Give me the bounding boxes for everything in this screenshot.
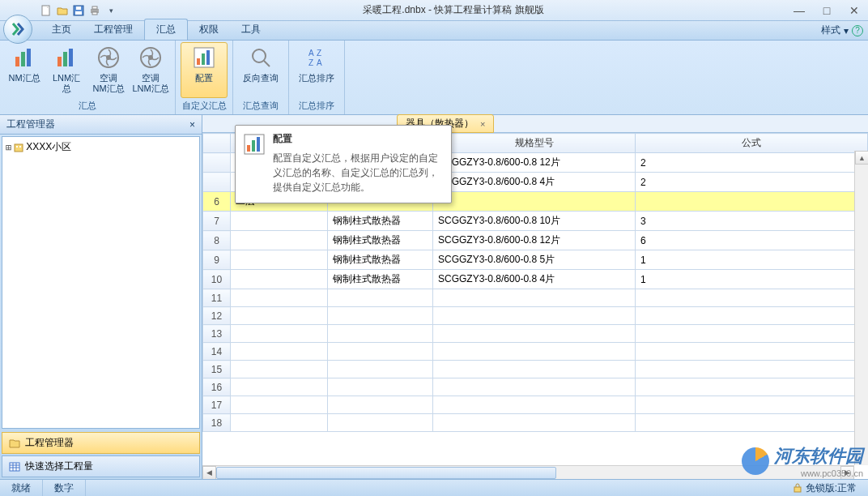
grid-cell[interactable] [231, 212, 328, 231]
grid-cell[interactable]: 1 [636, 270, 868, 289]
grid-cell[interactable] [328, 361, 433, 378]
panel-close-icon[interactable]: × [189, 119, 195, 130]
grid-cell[interactable] [433, 192, 636, 212]
close-button[interactable]: ✕ [840, 2, 868, 19]
grid-cell[interactable] [328, 343, 433, 361]
grid-cell[interactable]: SCGGZY3-0.8/600-0.8 12片 [433, 231, 636, 250]
tab-tools[interactable]: 工具 [230, 19, 272, 40]
table-row[interactable]: 8钢制柱式散热器SCGGZY3-0.8/600-0.8 12片6 [203, 231, 868, 250]
grid-cell[interactable] [231, 396, 328, 414]
grid-cell[interactable]: 2 [636, 173, 868, 192]
grid-cell[interactable]: 1 [636, 250, 868, 270]
grid-cell[interactable]: 钢制柱式散热器 [328, 231, 433, 250]
tab-permission[interactable]: 权限 [188, 19, 230, 40]
app-orb[interactable] [3, 15, 32, 44]
grid-cell[interactable] [636, 361, 868, 378]
grid-cell[interactable] [636, 414, 868, 432]
grid-cell[interactable] [231, 414, 328, 432]
grid-cell[interactable] [433, 343, 636, 361]
grid-cell[interactable] [636, 325, 868, 343]
grid-cell[interactable]: 2 [636, 153, 868, 173]
nm-summary-button[interactable]: NM汇总 [5, 42, 44, 98]
table-row[interactable]: 12 [203, 307, 868, 325]
tab-project[interactable]: 工程管理 [83, 19, 144, 40]
sort-button[interactable]: AZZA 汇总排序 [294, 42, 339, 98]
grid-cell[interactable]: 钢制柱式散热器 [328, 212, 433, 231]
grid-cell[interactable] [328, 396, 433, 414]
grid-cell[interactable] [231, 270, 328, 289]
config-button[interactable]: 配置 [181, 42, 228, 98]
tree-node-root[interactable]: ⊞ XXXX小区 [6, 140, 196, 154]
minimize-button[interactable]: — [785, 2, 813, 19]
grid-cell[interactable] [433, 396, 636, 414]
print-icon[interactable] [87, 3, 102, 18]
style-dropdown-icon[interactable]: ▾ [844, 25, 849, 36]
grid-cell[interactable] [636, 343, 868, 361]
tab-quick-select[interactable]: 快速选择工程量 [2, 455, 200, 477]
grid-cell[interactable] [328, 414, 433, 432]
grid-cell[interactable] [231, 325, 328, 343]
table-row[interactable]: 17 [203, 396, 868, 414]
grid-cell[interactable] [328, 307, 433, 325]
open-icon[interactable] [55, 3, 70, 18]
grid-cell[interactable] [231, 231, 328, 250]
grid-cell[interactable]: SCGGZY3-0.8/600-0.8 5片 [433, 250, 636, 270]
grid-cell[interactable] [433, 378, 636, 396]
scroll-thumb[interactable] [216, 467, 556, 479]
table-row[interactable]: 10钢制柱式散热器SCGGZY3-0.8/600-0.8 4片1 [203, 270, 868, 289]
table-row[interactable]: 15 [203, 361, 868, 378]
grid-cell[interactable] [231, 307, 328, 325]
grid-cell[interactable] [636, 378, 868, 396]
reverse-query-button[interactable]: 反向查询 [238, 42, 283, 98]
grid-header-formula[interactable]: 公式 [636, 134, 868, 153]
grid-cell[interactable]: 钢制柱式散热器 [328, 270, 433, 289]
table-row[interactable]: 14 [203, 343, 868, 361]
grid-cell[interactable]: 钢制柱式散热器 [328, 250, 433, 270]
grid-cell[interactable]: SCGGZY3-0.8/600-0.8 4片 [433, 173, 636, 192]
grid-cell[interactable] [636, 289, 868, 307]
scroll-left-icon[interactable]: ◀ [202, 466, 216, 480]
grid-cell[interactable] [433, 325, 636, 343]
grid-cell[interactable] [433, 414, 636, 432]
grid-cell[interactable] [433, 361, 636, 378]
table-row[interactable]: 16 [203, 378, 868, 396]
grid-cell[interactable] [328, 378, 433, 396]
grid-cell[interactable] [328, 289, 433, 307]
grid-cell[interactable] [636, 396, 868, 414]
save-icon[interactable] [71, 3, 86, 18]
table-row[interactable]: 18 [203, 414, 868, 432]
doctab-close-icon[interactable]: × [480, 119, 485, 129]
grid-cell[interactable]: SCGGZY3-0.8/600-0.8 12片 [433, 153, 636, 173]
table-row[interactable]: 9钢制柱式散热器SCGGZY3-0.8/600-0.8 5片1 [203, 250, 868, 270]
lnm-summary-button[interactable]: LNM汇总 [47, 42, 86, 98]
grid-cell[interactable]: SCGGZY3-0.8/600-0.8 4片 [433, 270, 636, 289]
ac-nm-summary-button[interactable]: 空调 NM汇总 [89, 42, 128, 98]
table-row[interactable]: 13 [203, 325, 868, 343]
grid-cell[interactable] [636, 307, 868, 325]
grid-cell[interactable] [231, 378, 328, 396]
grid-cell[interactable]: 6 [636, 231, 868, 250]
table-row[interactable]: 7钢制柱式散热器SCGGZY3-0.8/600-0.8 10片3 [203, 212, 868, 231]
grid-cell[interactable] [231, 343, 328, 361]
table-row[interactable]: 11 [203, 289, 868, 307]
scroll-up-icon[interactable]: ▲ [855, 151, 868, 165]
grid-cell[interactable] [328, 325, 433, 343]
new-icon[interactable] [39, 3, 53, 18]
vertical-scrollbar[interactable]: ▲ [854, 151, 868, 465]
grid-cell[interactable] [231, 250, 328, 270]
qat-dropdown-icon[interactable]: ▾ [104, 3, 118, 18]
grid-cell[interactable] [231, 361, 328, 378]
grid-header-spec[interactable]: 规格型号 [433, 134, 636, 153]
tab-project-manager[interactable]: 工程管理器 [2, 432, 200, 454]
project-tree[interactable]: ⊞ XXXX小区 [2, 136, 200, 429]
grid-cell[interactable]: 3 [636, 212, 868, 231]
grid-cell[interactable] [636, 192, 868, 212]
maximize-button[interactable]: □ [813, 2, 840, 19]
ac-lnm-summary-button[interactable]: 空调 LNM汇总 [131, 42, 170, 98]
grid-cell[interactable]: SCGGZY3-0.8/600-0.8 10片 [433, 212, 636, 231]
help-icon[interactable]: ? [852, 25, 863, 36]
style-label[interactable]: 样式 [821, 24, 840, 37]
grid-cell[interactable] [433, 307, 636, 325]
expand-icon[interactable]: ⊞ [6, 142, 11, 153]
tab-summary[interactable]: 汇总 [144, 19, 188, 40]
